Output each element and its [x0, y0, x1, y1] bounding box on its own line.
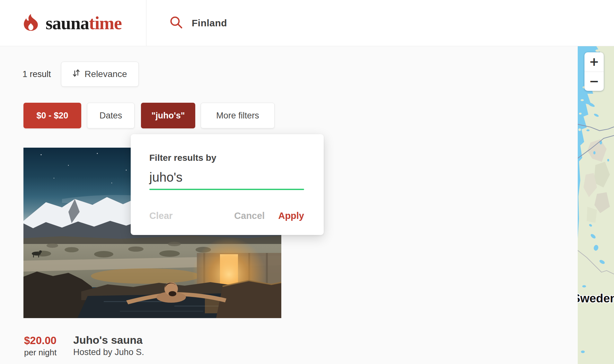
search-icon [169, 15, 183, 31]
sort-button[interactable]: Relevance [61, 62, 139, 87]
filter-chip-price[interactable]: $0 - $20 [23, 103, 81, 128]
map-zoom-control: + − [584, 52, 604, 91]
map[interactable]: + − Sweden [578, 46, 614, 364]
filter-text-input[interactable]: juho's [149, 170, 304, 189]
brand-word-sauna: sauna [46, 13, 89, 33]
filter-popover-title: Filter results by [149, 153, 216, 163]
apply-button[interactable]: Apply [278, 211, 304, 221]
filter-input-underline [149, 189, 304, 190]
listing-host: Hosted by Juho S. [73, 347, 144, 357]
zoom-out-button[interactable]: − [584, 72, 604, 91]
listing-price: $20.00 [24, 334, 57, 347]
header: saunatime Finland [0, 0, 614, 46]
brand-logo[interactable]: saunatime [22, 0, 122, 46]
flame-icon [22, 13, 39, 33]
result-count: 1 result [22, 62, 51, 87]
search-input[interactable]: Finland [169, 0, 227, 46]
search-value: Finland [192, 18, 227, 29]
cancel-button[interactable]: Cancel [234, 211, 265, 221]
zoom-in-button[interactable]: + [584, 52, 604, 72]
filter-popover-footer: Clear Cancel Apply [149, 211, 304, 221]
sort-arrows-icon [73, 69, 80, 80]
filter-chip-dates[interactable]: Dates [87, 103, 135, 128]
sort-label: Relevance [84, 69, 127, 79]
map-country-label: Sweden [578, 292, 614, 305]
listing-price-unit: per night [24, 348, 57, 358]
filter-chip-keyword[interactable]: "juho's" [141, 103, 195, 128]
header-divider [146, 0, 146, 46]
map-tiles [578, 46, 614, 364]
filter-popover: Filter results by juho's Clear Cancel Ap… [131, 134, 324, 235]
listing-title: Juho's sauna [73, 334, 143, 346]
filter-chip-more-filters[interactable]: More filters [201, 103, 275, 128]
brand-word-time: time [89, 13, 122, 33]
clear-button[interactable]: Clear [149, 211, 173, 221]
